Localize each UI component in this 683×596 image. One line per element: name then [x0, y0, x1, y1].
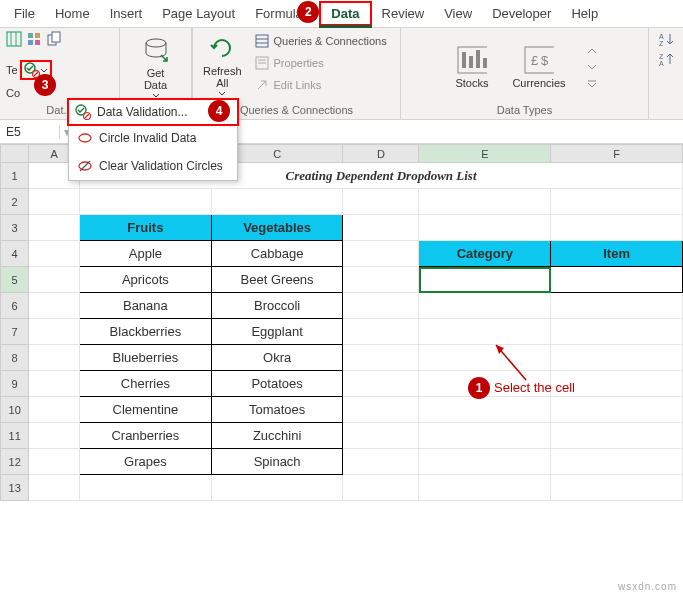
table-cell[interactable]: Cherries [80, 371, 212, 397]
ribbon-group-sort: AZ ZA [649, 28, 683, 119]
get-data-icon [141, 35, 171, 65]
table-cell[interactable]: Grapes [80, 449, 212, 475]
tab-file[interactable]: File [4, 1, 45, 26]
table-cell[interactable]: Eggplant [211, 319, 343, 345]
properties-icon [254, 55, 270, 71]
row-header[interactable]: 1 [1, 163, 29, 189]
refresh-all-button[interactable]: Refresh All [199, 31, 246, 99]
currencies-icon: £$ [524, 45, 554, 75]
table2-header[interactable]: Item [551, 241, 683, 267]
table-cell[interactable]: Tomatoes [211, 397, 343, 423]
svg-line-11 [34, 72, 38, 76]
currencies-button[interactable]: £$ Currencies [508, 43, 569, 91]
row-header[interactable]: 2 [1, 189, 29, 215]
col-header[interactable]: E [419, 145, 551, 163]
row-header[interactable]: 11 [1, 423, 29, 449]
table1-header[interactable]: Fruits [80, 215, 212, 241]
queries-icon [254, 33, 270, 49]
row-header[interactable]: 4 [1, 241, 29, 267]
remove-duplicates-icon[interactable] [46, 31, 62, 47]
menu-circle-invalid[interactable]: Circle Invalid Data [69, 124, 237, 152]
col-header[interactable]: D [343, 145, 419, 163]
table-cell[interactable]: Banana [80, 293, 212, 319]
data-validation-icon [75, 104, 91, 120]
table-cell[interactable]: Cabbage [211, 241, 343, 267]
sort-za-icon[interactable]: ZA [658, 51, 674, 67]
tab-developer[interactable]: Developer [482, 1, 561, 26]
spreadsheet-grid[interactable]: A B C D E F 1 Creating Dependent Dropdow… [0, 144, 683, 501]
table-cell[interactable]: Clementine [80, 397, 212, 423]
flash-fill-icon[interactable] [26, 31, 42, 47]
scroll-up-icon[interactable] [586, 46, 598, 56]
row-header[interactable]: 5 [1, 267, 29, 293]
tab-help[interactable]: Help [561, 1, 608, 26]
row-header[interactable]: 9 [1, 371, 29, 397]
menu-item-label: Data Validation... [97, 105, 188, 119]
active-cell-e5[interactable] [419, 267, 551, 293]
stocks-button[interactable]: Stocks [451, 43, 492, 91]
row-header[interactable]: 7 [1, 319, 29, 345]
table1-header[interactable]: Vegetables [211, 215, 343, 241]
properties-button[interactable]: Properties [254, 53, 387, 73]
ribbon-group-data-types: Stocks £$ Currencies Data Types [401, 28, 649, 119]
row-header[interactable]: 6 [1, 293, 29, 319]
select-all-corner[interactable] [1, 145, 29, 163]
tab-insert[interactable]: Insert [100, 1, 153, 26]
tab-home[interactable]: Home [45, 1, 100, 26]
svg-point-12 [146, 39, 166, 47]
table-cell[interactable]: Potatoes [211, 371, 343, 397]
table-cell[interactable]: Blackberries [80, 319, 212, 345]
table-cell[interactable]: Spinach [211, 449, 343, 475]
tab-data-label: Data [331, 6, 359, 21]
name-box[interactable]: E5 [0, 125, 60, 139]
text-to-columns-icon[interactable] [6, 31, 22, 47]
annotation-select-cell: Select the cell [494, 380, 575, 395]
svg-rect-8 [52, 32, 60, 42]
table2-header[interactable]: Category [419, 241, 551, 267]
refresh-icon [207, 33, 237, 63]
svg-text:£: £ [531, 53, 539, 68]
row-header[interactable]: 13 [1, 475, 29, 501]
table-cell[interactable]: Okra [211, 345, 343, 371]
table-cell[interactable]: Cranberries [80, 423, 212, 449]
ribbon-group-label-4: Data Types [407, 102, 642, 118]
table-cell[interactable]: Broccoli [211, 293, 343, 319]
watermark: wsxdn.com [618, 581, 677, 592]
sort-az-icon[interactable]: AZ [658, 31, 674, 47]
tab-view[interactable]: View [434, 1, 482, 26]
row-header[interactable]: 12 [1, 449, 29, 475]
svg-rect-23 [483, 58, 487, 68]
svg-line-34 [85, 114, 89, 118]
get-data-button[interactable]: Get Data [137, 33, 175, 101]
scroll-down-icon[interactable] [586, 62, 598, 72]
table-cell[interactable]: Beet Greens [211, 267, 343, 293]
table-cell[interactable] [551, 267, 683, 293]
table-cell[interactable]: Zucchini [211, 423, 343, 449]
menu-clear-circles[interactable]: Clear Validation Circles [69, 152, 237, 180]
svg-rect-20 [462, 52, 466, 68]
svg-text:A: A [659, 33, 664, 40]
table-cell[interactable]: Apricots [80, 267, 212, 293]
svg-rect-13 [256, 35, 268, 47]
tab-page-layout[interactable]: Page Layout [152, 1, 245, 26]
row-header[interactable]: 3 [1, 215, 29, 241]
tab-review[interactable]: Review [372, 1, 435, 26]
tab-data[interactable]: Data 2 [319, 1, 371, 26]
table-cell[interactable]: Blueberries [80, 345, 212, 371]
table-cell[interactable]: Apple [80, 241, 212, 267]
menu-item-label: Clear Validation Circles [99, 159, 223, 173]
svg-text:A: A [659, 60, 664, 67]
queries-connections-button[interactable]: Queries & Connections [254, 31, 387, 51]
edit-links-button[interactable]: Edit Links [254, 75, 387, 95]
svg-rect-24 [525, 47, 554, 73]
chevron-down-icon [218, 91, 226, 97]
row-header[interactable]: 10 [1, 397, 29, 423]
svg-rect-5 [28, 40, 33, 45]
expand-icon[interactable] [586, 78, 598, 88]
row-header[interactable]: 8 [1, 345, 29, 371]
svg-rect-22 [476, 50, 480, 68]
col-header[interactable]: F [551, 145, 683, 163]
annotation-3: 3 [34, 74, 56, 96]
svg-rect-6 [35, 40, 40, 45]
stocks-icon [457, 45, 487, 75]
